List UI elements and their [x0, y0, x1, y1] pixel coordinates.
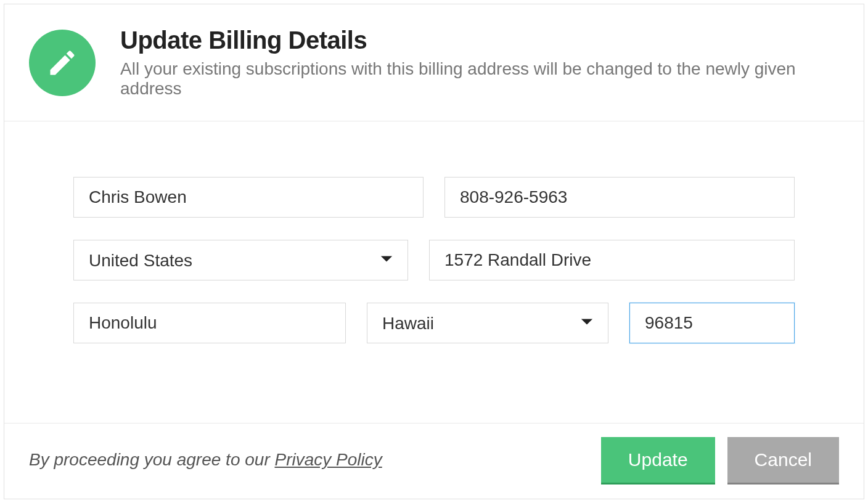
name-field[interactable]: [73, 177, 424, 218]
edit-icon: [29, 30, 96, 96]
dialog-footer: By proceeding you agree to our Privacy P…: [4, 423, 864, 499]
state-select[interactable]: Hawaii: [367, 303, 608, 343]
update-button[interactable]: Update: [601, 437, 715, 483]
agree-text: By proceeding you agree to our Privacy P…: [29, 450, 382, 470]
privacy-policy-link[interactable]: Privacy Policy: [274, 450, 382, 469]
phone-field[interactable]: [444, 177, 795, 218]
dialog-title: Update Billing Details: [120, 27, 839, 54]
form-body: United States Hawaii: [4, 121, 864, 423]
header-text: Update Billing Details All your existing…: [120, 27, 839, 99]
country-select[interactable]: United States: [73, 240, 408, 280]
cancel-button[interactable]: Cancel: [727, 437, 839, 483]
billing-details-dialog: Update Billing Details All your existing…: [4, 4, 864, 499]
dialog-header: Update Billing Details All your existing…: [4, 4, 864, 121]
city-field[interactable]: [73, 303, 346, 343]
zip-field[interactable]: [629, 303, 795, 343]
dialog-subtitle: All your existing subscriptions with thi…: [120, 59, 839, 99]
agree-prefix: By proceeding you agree to our: [29, 450, 274, 469]
street-field[interactable]: [429, 240, 795, 280]
footer-buttons: Update Cancel: [601, 437, 839, 483]
